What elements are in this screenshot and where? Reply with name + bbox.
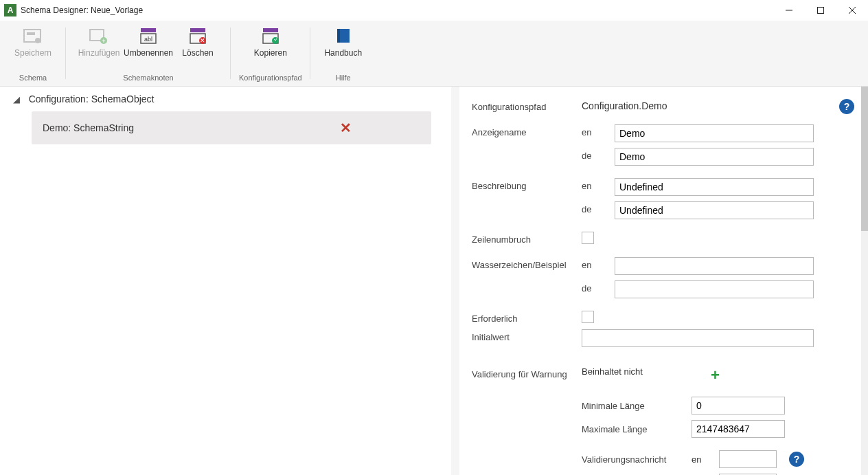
save-icon [22, 26, 44, 45]
lang-de-label: de [582, 148, 615, 161]
watermark-en-input[interactable] [615, 257, 814, 275]
copy-label: Kopieren [254, 48, 287, 58]
svg-rect-17 [263, 28, 278, 32]
copy-button[interactable]: Kopieren [246, 25, 295, 58]
svg-rect-5 [27, 32, 35, 35]
tree-collapse-icon[interactable]: ◢ [12, 94, 21, 104]
save-button: Speichern [8, 25, 58, 58]
display-name-label: Anzeigename [472, 124, 582, 137]
add-icon: + [88, 26, 110, 45]
max-length-input[interactable] [692, 420, 785, 438]
properties-panel: ? Konfigurationspfad Configuration.Demo … [459, 87, 868, 475]
titlebar: A Schema Designer: Neue_Vorlage [0, 0, 868, 21]
required-label: Erforderlich [472, 311, 582, 324]
description-en-input[interactable] [615, 178, 814, 196]
display-name-en-input[interactable] [615, 124, 814, 142]
rename-button[interactable]: ablUmbenennen [124, 25, 173, 58]
ribbon-group-label: Hilfe [336, 72, 351, 85]
validation-msg-en-input[interactable] [719, 450, 777, 468]
display-name-de-input[interactable] [615, 148, 814, 166]
ribbon-group-hilfe: HandbuchHilfe [310, 21, 376, 86]
manual-button[interactable]: Handbuch [319, 25, 368, 58]
tree-item-demo[interactable]: Demo: SchemaString ✕ [32, 111, 431, 144]
wrap-checkbox[interactable] [582, 232, 594, 244]
ribbon-group-konfigurationspfad: KopierenKonfigurationspfad [231, 21, 310, 86]
add-label: Hinzufügen [78, 48, 120, 58]
ribbon: SpeichernSchema+HinzufügenablUmbenennen✕… [0, 21, 868, 87]
description-label: Beschreibung [472, 178, 582, 191]
app-icon: A [4, 4, 16, 16]
delete-button[interactable]: ✕Löschen [173, 25, 222, 58]
delete-label: Löschen [182, 48, 213, 58]
content-area: ◢ Configuration: SchemaObject Demo: Sche… [0, 87, 868, 475]
minimize-button[interactable] [773, 0, 805, 21]
rename-label: Umbenennen [124, 48, 173, 58]
window-title: Schema Designer: Neue_Vorlage [21, 5, 773, 15]
save-label: Speichern [14, 48, 52, 58]
config-path-value: Configuration.Demo [582, 99, 667, 111]
tree-root-label: Configuration: SchemaObject [29, 93, 155, 104]
rename-icon: abl [137, 26, 159, 45]
validation-msg-label: Validierungsnachricht [582, 454, 692, 465]
initial-label: Initialwert [472, 329, 582, 342]
add-validation-icon[interactable]: + [711, 366, 720, 384]
validation-label: Validierung für Warnung [472, 366, 582, 379]
svg-text:abl: abl [144, 36, 152, 43]
manual-label: Handbuch [324, 48, 362, 58]
svg-rect-1 [818, 8, 824, 14]
watermark-label: Wasserzeichen/Beispiel [472, 257, 582, 270]
ribbon-group-schemaknoten: +HinzufügenablUmbenennen✕LöschenSchemakn… [66, 21, 231, 86]
tree-root-row[interactable]: ◢ Configuration: SchemaObject [7, 93, 444, 104]
copy-icon [260, 26, 282, 45]
lang-en-label: en [582, 124, 615, 137]
min-length-label: Minimale Länge [582, 401, 692, 411]
required-checkbox[interactable] [582, 311, 594, 323]
tree-item-label: Demo: SchemaString [43, 122, 134, 133]
close-button[interactable] [836, 0, 868, 21]
panel-divider [451, 87, 459, 475]
wrap-label: Zeilenumbruch [472, 232, 582, 245]
window-controls [773, 0, 868, 21]
delete-node-icon[interactable]: ✕ [340, 120, 352, 136]
manual-icon [332, 26, 354, 45]
description-de-input[interactable] [615, 201, 814, 219]
validation-type-value: Beinhaltet nicht [582, 366, 692, 377]
svg-point-6 [35, 38, 41, 43]
svg-text:✕: ✕ [200, 37, 205, 44]
svg-rect-10 [141, 28, 156, 32]
add-button: +Hinzufügen [74, 25, 124, 58]
scrollbar-thumb[interactable] [861, 87, 868, 231]
config-path-label: Konfigurationspfad [472, 99, 582, 112]
initial-value-input[interactable] [582, 329, 814, 347]
svg-rect-13 [190, 28, 205, 32]
ribbon-group-schema: SpeichernSchema [0, 21, 66, 86]
svg-rect-21 [337, 29, 340, 43]
watermark-de-input[interactable] [615, 280, 814, 298]
ribbon-group-label: Schema [19, 72, 47, 85]
help-icon[interactable]: ? [839, 99, 854, 114]
maximize-button[interactable] [805, 0, 836, 21]
ribbon-group-label: Schemaknoten [123, 72, 173, 85]
max-length-label: Maximale Länge [582, 424, 692, 434]
min-length-input[interactable] [692, 397, 785, 415]
validation-help-icon[interactable]: ? [789, 452, 804, 467]
delete-icon: ✕ [187, 26, 209, 45]
ribbon-group-label: Konfigurationspfad [239, 72, 302, 85]
svg-text:+: + [102, 37, 106, 45]
schema-tree-panel: ◢ Configuration: SchemaObject Demo: Sche… [0, 87, 451, 475]
